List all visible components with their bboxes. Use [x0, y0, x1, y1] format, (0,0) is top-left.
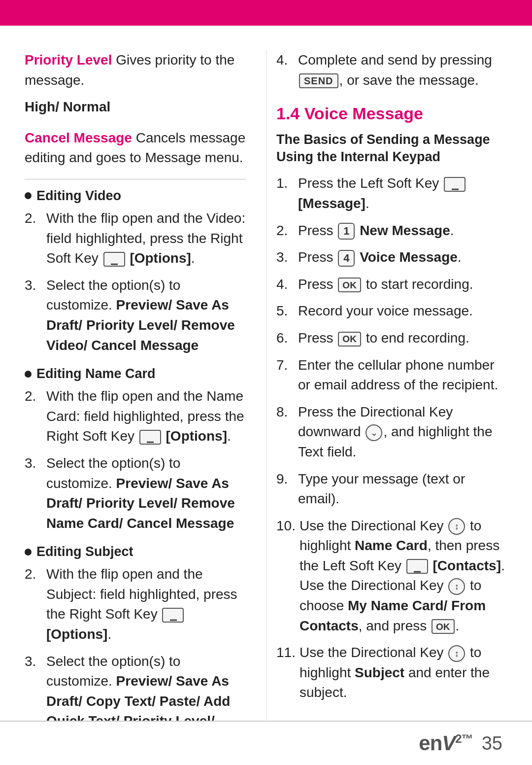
voice-step-10: 10. Use the Directional Key ↕ to highlig…: [276, 516, 507, 636]
options-key-namecard: ⎯: [139, 430, 161, 445]
dir-key-10b: ↕: [448, 578, 465, 595]
voice-step-4: 4. Press OK to start recording.: [276, 275, 507, 295]
section-1-4-title: 1.4 Voice Message: [276, 104, 507, 123]
send-key-icon: SEND: [299, 73, 338, 88]
bottom-bar: enV2™ 35: [0, 721, 532, 765]
editing-name-card-heading: Editing Name Card: [25, 366, 246, 382]
bullet-dot: [25, 192, 32, 199]
editing-video-heading: Editing Video: [25, 188, 246, 204]
voice-step-8: 8. Press the Directional Key downward ⌄,…: [276, 402, 507, 462]
priority-level-label: Priority Level: [25, 52, 112, 68]
voice-step-11: 11. Use the Directional Key ↕ to highlig…: [276, 643, 507, 703]
voice-step-3: 3. Press 4 Voice Message.: [276, 247, 507, 268]
num-key-4: 4: [338, 250, 355, 267]
editing-name-card-step2: 2. With the flip open and the Name Card:…: [25, 386, 246, 447]
dir-key-10: ↕: [448, 518, 465, 535]
editing-name-card-step3: 3. Select the option(s) to customize. Pr…: [25, 453, 246, 533]
bullet-dot-2: [25, 371, 32, 378]
voice-step-2: 2. Press 1 New Message.: [276, 221, 507, 241]
options-key-video: ⎯: [103, 252, 125, 267]
ok-key-4: OK: [338, 278, 361, 292]
bullet-dot-3: [25, 549, 32, 556]
voice-step-1: 1. Press the Left Soft Key ⎯ [Message].: [276, 174, 507, 213]
editing-video-step3: 3. Select the option(s) to customize. Pr…: [25, 276, 246, 355]
dir-key-11: ↕: [448, 645, 465, 662]
page-number: 35: [482, 733, 502, 754]
editing-video-section: Editing Video 2. With the flip open and …: [25, 188, 246, 355]
options-key-subject: ⎯: [162, 608, 184, 623]
left-soft-key-1: ⎯: [444, 177, 466, 192]
left-soft-key-10: ⎯: [406, 559, 428, 574]
priority-level-section: Priority Level Gives priority to the mes…: [25, 50, 246, 117]
voice-step-9: 9. Type your message (text or email).: [276, 469, 507, 509]
ok-key-10: OK: [432, 619, 455, 634]
top-bar: [0, 0, 532, 26]
env-logo: enV2™: [419, 731, 472, 755]
right-step4: 4. Complete and send by pressing SEND, o…: [276, 50, 507, 90]
env-logo-sup: 2™: [455, 732, 472, 745]
cancel-message-label: Cancel Message: [25, 130, 132, 145]
dir-key-down: ⌄: [366, 424, 382, 441]
editing-name-card-section: Editing Name Card 2. With the flip open …: [25, 366, 246, 533]
editing-subject-heading: Editing Subject: [25, 544, 246, 559]
left-column: Priority Level Gives priority to the mes…: [25, 50, 266, 721]
ok-key-6: OK: [338, 332, 361, 347]
editing-subject-step2: 2. With the flip open and the Subject: f…: [25, 564, 246, 644]
num-key-1: 1: [338, 223, 355, 240]
editing-video-step2: 2. With the flip open and the Video: fie…: [25, 209, 246, 269]
voice-step-5: 5. Record your voice message.: [276, 301, 507, 321]
divider-1: [25, 179, 246, 179]
voice-step-6: 6. Press OK to end recording.: [276, 328, 507, 348]
basics-heading: The Basics of Sending a MessageUsing the…: [276, 131, 507, 166]
cancel-message-section: Cancel Message Cancels message editing a…: [25, 128, 246, 168]
voice-step-7: 7. Enter the cellular phone number or em…: [276, 355, 507, 395]
high-normal-label: High/ Normal: [25, 97, 246, 117]
right-column: 4. Complete and send by pressing SEND, o…: [266, 50, 507, 721]
